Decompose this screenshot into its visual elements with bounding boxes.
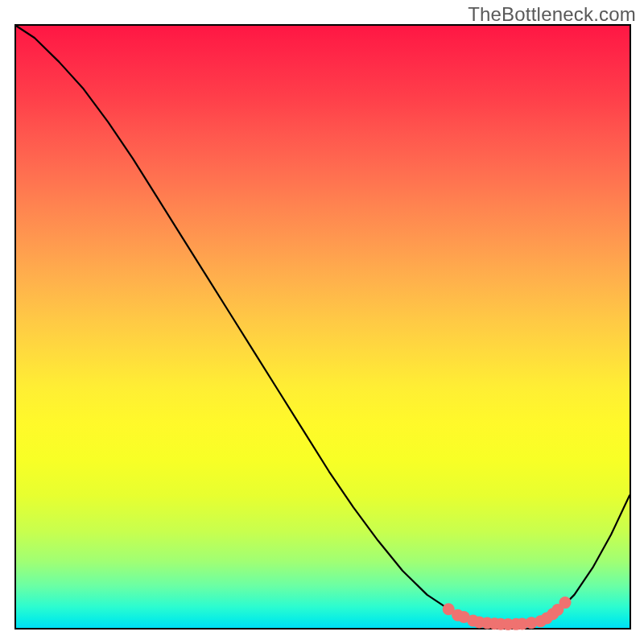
curve-svg: [16, 26, 630, 628]
bottleneck-curve-path: [16, 26, 630, 625]
marker-point: [559, 597, 571, 609]
chart-container: TheBottleneck.com: [0, 0, 644, 644]
watermark-text: TheBottleneck.com: [468, 3, 636, 26]
plot-area: [14, 24, 631, 630]
marker-group: [443, 597, 572, 630]
